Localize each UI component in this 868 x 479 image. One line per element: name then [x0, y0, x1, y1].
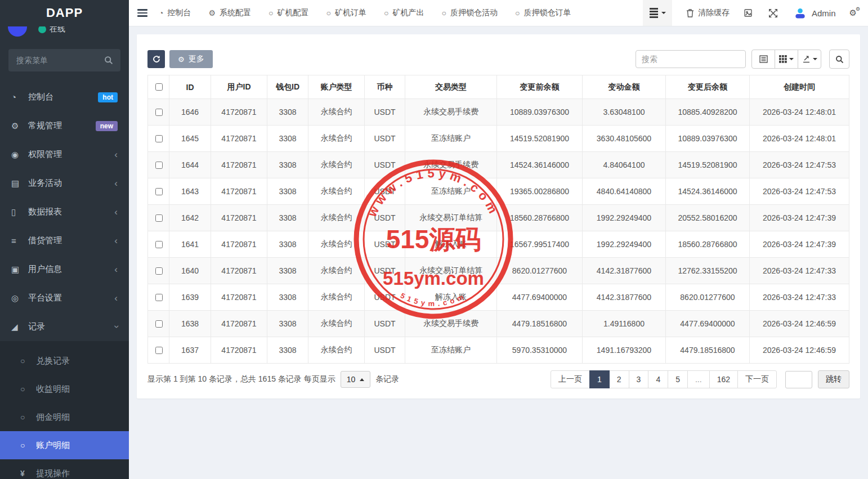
page-button[interactable]: 下一页: [737, 370, 777, 388]
admin-menu[interactable]: Admin: [794, 7, 836, 20]
log-button[interactable]: [744, 8, 753, 17]
cell-coin: USDT: [365, 99, 405, 126]
page-button[interactable]: 4: [648, 370, 668, 388]
row-checkbox[interactable]: [155, 188, 163, 195]
cell-wallet-id: 3308: [267, 337, 308, 364]
refresh-button[interactable]: [147, 50, 165, 68]
sidebar-subitem-label: 兑换记录: [36, 356, 118, 366]
sidebar-item[interactable]: 记录: [0, 312, 129, 341]
chevron-down-icon: [789, 58, 794, 62]
view-button-group: [751, 50, 821, 69]
row-checkbox[interactable]: [155, 320, 163, 328]
cell-created-at: 2026-03-24 12:47:39: [750, 231, 849, 258]
page-button[interactable]: 2: [609, 370, 629, 388]
page-jump-button[interactable]: 跳转: [818, 370, 849, 388]
chevron-icon: [114, 265, 118, 274]
gear-icon: [178, 55, 185, 64]
sidebar-subitem-label: 账户明细: [36, 440, 118, 451]
sidebar-subitem[interactable]: 账户明细: [0, 431, 129, 459]
page-button[interactable]: 162: [709, 370, 738, 388]
row-checkbox-cell: [148, 126, 169, 152]
cell-id: 1643: [169, 178, 211, 205]
cell-wallet-id: 3308: [267, 284, 308, 311]
row-checkbox[interactable]: [155, 109, 163, 116]
row-checkbox[interactable]: [155, 241, 163, 248]
row-checkbox[interactable]: [155, 162, 163, 169]
search-icon: [835, 55, 844, 64]
cell-created-at: 2026-03-24 12:48:01: [750, 99, 849, 126]
fullscreen-button[interactable]: [768, 8, 778, 18]
cell-before-balance: 4477.69400000: [497, 284, 583, 311]
row-checkbox[interactable]: [155, 135, 163, 142]
page-button[interactable]: 3: [629, 370, 649, 388]
sidebar-item[interactable]: 用户信息: [0, 255, 129, 284]
cell-change-amount: 1992.29249400: [583, 231, 666, 258]
topnav-item[interactable]: 系统配置: [208, 8, 251, 18]
page-button[interactable]: 5: [668, 370, 688, 388]
topnav-item[interactable]: 矿机产出: [384, 8, 424, 18]
topnav-item[interactable]: 质押锁仓活动: [441, 8, 497, 18]
page-button[interactable]: 上一页: [551, 370, 590, 388]
sidebar-subitem[interactable]: 兑换记录: [0, 347, 129, 375]
column-header: 变动金额: [583, 75, 666, 99]
row-checkbox[interactable]: [155, 267, 163, 275]
table-row: 1638 41720871 3308 永续合约 USDT 永续交易手续费 447…: [148, 311, 849, 337]
cell-account-type: 永续合约: [308, 205, 365, 231]
cell-id: 1644: [169, 152, 211, 178]
sidebar-item[interactable]: 控制台 hot: [0, 83, 129, 111]
topnav-item-label: 质押锁仓订单: [524, 8, 571, 18]
select-all-checkbox[interactable]: [155, 83, 163, 91]
target-icon: [11, 293, 26, 303]
cell-before-balance: 10889.03976300: [497, 99, 583, 126]
avatar[interactable]: [8, 26, 27, 37]
chevron-down-icon: [661, 12, 666, 16]
hamburger-icon[interactable]: [137, 9, 147, 17]
nav-list-dropdown-button[interactable]: [643, 0, 672, 26]
row-checkbox[interactable]: [155, 214, 163, 222]
sidebar-subitem[interactable]: 佣金明细: [0, 403, 129, 431]
sidebar-item[interactable]: 数据报表: [0, 198, 129, 226]
row-checkbox[interactable]: [155, 294, 163, 301]
cell-before-balance: 19365.00286800: [497, 178, 583, 205]
list-icon: [650, 8, 658, 18]
cell-created-at: 2026-03-24 12:47:53: [750, 152, 849, 178]
topnav-item[interactable]: 控制台: [159, 8, 191, 18]
cell-user-id: 41720871: [211, 337, 267, 364]
export-icon: [802, 55, 811, 63]
log-icon: [744, 8, 753, 17]
clear-cache-button[interactable]: 清除缓存: [686, 8, 730, 18]
content-area: 更多: [129, 27, 868, 479]
status-badge: new: [96, 121, 118, 131]
search-submit-button[interactable]: [829, 50, 849, 69]
sidebar-subitem[interactable]: 提现操作: [0, 459, 129, 479]
topnav-item[interactable]: 矿机订单: [326, 8, 366, 18]
sidebar-subitem-label: 佣金明细: [36, 412, 118, 423]
sidebar-submenu: 兑换记录 收益明细 佣金明细 账户明细 提现操作: [0, 341, 129, 479]
sidebar-item[interactable]: 常规管理 new: [0, 111, 129, 140]
sidebar-item[interactable]: 业务活动: [0, 169, 129, 198]
topnav-item[interactable]: 质押锁仓订单: [515, 8, 571, 18]
settings-gears-icon[interactable]: ⚙: [849, 8, 857, 18]
row-checkbox-cell: [148, 205, 169, 231]
sidebar-subitem[interactable]: 收益明细: [0, 375, 129, 403]
sidebar-item[interactable]: 借贷管理: [0, 226, 129, 255]
export-button[interactable]: [798, 50, 821, 69]
header-checkbox-cell: [148, 75, 169, 99]
page-size-dropdown[interactable]: 10: [341, 371, 371, 388]
page-jump-input[interactable]: [785, 371, 812, 388]
row-checkbox[interactable]: [155, 347, 163, 354]
detail-view-button[interactable]: [751, 50, 775, 69]
sidebar-item[interactable]: 平台设置: [0, 284, 129, 312]
sidebar: DAPP 在线 控制台 hot 常规管理 new 权限管理 业务活动: [0, 0, 129, 479]
pagination-info-suffix: 条记录: [375, 374, 399, 384]
table-row: 1639 41720871 3308 永续合约 USDT 解冻入账 4477.6…: [148, 284, 849, 311]
chevron-icon: [114, 207, 118, 217]
table-search-input[interactable]: [636, 50, 746, 68]
more-button[interactable]: 更多: [169, 50, 213, 68]
columns-button[interactable]: [775, 50, 798, 69]
page-button[interactable]: 1: [589, 370, 610, 388]
topnav-item[interactable]: 矿机配置: [269, 8, 308, 18]
page-button[interactable]: ...: [687, 370, 710, 388]
search-icon: [104, 56, 113, 65]
sidebar-item[interactable]: 权限管理: [0, 140, 129, 169]
